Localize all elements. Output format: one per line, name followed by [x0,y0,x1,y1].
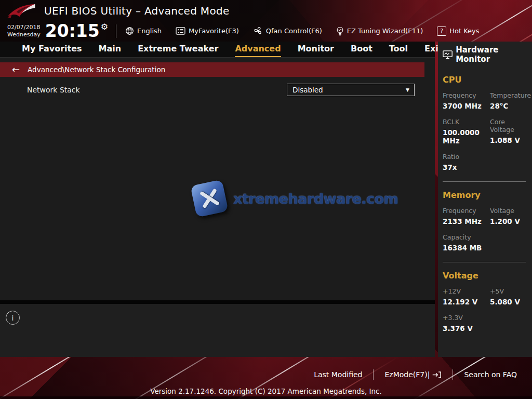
globe-icon [125,26,134,35]
header-divider [116,24,116,38]
hm-row: Capacity 16384 MB [443,233,532,252]
language-label: English [137,27,162,35]
hm-value: 37x [443,163,486,171]
hm-value: 100.0000 MHz [443,128,486,145]
title-row: UEFI BIOS Utility – Advanced Mode [0,0,532,21]
tab-advanced[interactable]: Advanced [235,44,281,57]
exit-to-ezmode-icon [431,371,442,379]
weekday-value: Wednesday [7,31,41,38]
hm-label: +5V [490,287,530,295]
qfan-label: Qfan Control(F6) [266,27,322,35]
hm-row: Frequency 2133 MHz Voltage 1.200 V [443,207,532,225]
tab-main[interactable]: Main [99,44,122,57]
hm-row: Ratio 37x [443,153,532,171]
hm-label: Frequency [443,207,486,215]
qfan-control-button[interactable]: Qfan Control(F6) [253,26,322,36]
hm-label: +3.3V [443,314,486,322]
chevron-down-icon: ▼ [406,87,409,92]
tab-monitor[interactable]: Monitor [298,44,334,57]
hm-value: 2133 MHz [443,217,486,225]
tab-my-favorites[interactable]: My Favorites [22,44,82,57]
ezmode-label: EzMode(F7)| [384,370,430,379]
hm-row: +3.3V 3.376 V [443,314,532,332]
last-modified-label: Last Modified [314,370,362,379]
lightbulb-icon [336,26,344,36]
date-display[interactable]: 02/07/2018 Wednesday [7,24,41,37]
clock[interactable]: 20:15 ⚙ [45,23,108,39]
last-modified-button[interactable]: Last Modified [303,370,373,379]
hm-value: 3.376 V [443,324,486,332]
main-menu-tabs: My Favorites Main Extreme Tweaker Advanc… [0,42,435,58]
hardware-monitor-header: Hardware Monitor [443,45,532,64]
section-divider [443,262,526,262]
hm-label: Core Voltage [490,118,530,134]
version-text: Version 2.17.1246. Copyright (C) 2017 Am… [0,387,532,395]
info-glyph: i [12,314,14,322]
hm-label: Capacity [443,233,486,241]
question-mark-icon: ? [437,26,446,36]
hm-label: Frequency [443,91,486,99]
hm-label: Voltage [490,207,530,215]
my-favorite-label: MyFavorite(F3) [189,27,239,35]
tab-tool[interactable]: Tool [389,44,408,57]
hot-keys-button[interactable]: ? Hot Keys [437,26,479,36]
hm-row: Frequency 3700 MHz Temperature 28°C [443,91,532,110]
app-title: UEFI BIOS Utility – Advanced Mode [44,5,230,17]
hm-value: 28°C [490,102,531,110]
tab-extreme-tweaker[interactable]: Extreme Tweaker [138,44,218,57]
back-arrow-icon[interactable]: ← [12,65,20,74]
footer-links: Last Modified EzMode(F7)| Search on FAQ [303,369,528,380]
rog-logo-icon [6,2,36,20]
date-value: 02/07/2018 [7,24,41,31]
ez-tuning-wizard-button[interactable]: EZ Tuning Wizard(F11) [336,26,423,36]
x-glyph-icon [197,186,221,210]
ezmode-button[interactable]: EzMode(F7)| [374,370,453,379]
top-header: UEFI BIOS Utility – Advanced Mode 02/07/… [0,0,532,42]
gear-icon[interactable]: ⚙ [101,22,108,32]
section-title-memory: Memory [443,190,532,200]
hm-label: BCLK [443,118,486,126]
watermark-text: xtremehardware.com [233,191,398,207]
hm-value: 1.200 V [490,217,530,225]
favorites-list-icon [176,27,185,35]
hm-row: +12V 12.192 V +5V 5.080 V [443,287,532,306]
hm-value: 16384 MB [443,244,486,252]
hm-label: +12V [443,287,486,295]
hardware-monitor-panel: Hardware Monitor CPU Frequency 3700 MHz … [438,42,532,357]
ez-tuning-label: EZ Tuning Wizard(F11) [347,27,423,35]
help-panel: i [0,304,435,357]
hm-label: Temperature [490,91,531,99]
fan-icon [253,26,263,36]
search-faq-label: Search on FAQ [464,370,517,379]
hm-label: Ratio [443,153,486,161]
hardware-monitor-title: Hardware Monitor [456,45,532,64]
hm-value: 12.192 V [443,298,486,306]
network-stack-dropdown[interactable]: Disabled ▼ [287,84,415,96]
section-title-cpu: CPU [443,75,532,85]
left-column: My Favorites Main Extreme Tweaker Advanc… [0,42,435,357]
info-row: 02/07/2018 Wednesday 20:15 ⚙ [0,21,532,41]
watermark-x-logo-icon [190,179,229,218]
hm-value: 3700 MHz [443,102,486,110]
hm-value: 5.080 V [490,298,530,306]
network-stack-label: Network Stack [27,86,80,94]
footer-bar: Last Modified EzMode(F7)| Search on FAQ … [0,357,532,399]
my-favorite-button[interactable]: MyFavorite(F3) [176,27,239,35]
tab-boot[interactable]: Boot [351,44,373,57]
search-faq-button[interactable]: Search on FAQ [453,370,528,379]
time-value: 20:15 [45,23,100,39]
header-menu: English MyFavorite(F3) [125,26,480,36]
breadcrumb[interactable]: ← Advanced\Network Stack Configuration [0,62,424,77]
dropdown-selected-value: Disabled [292,86,323,94]
watermark: xtremehardware.com [193,182,398,215]
setting-row-network-stack: Network Stack Disabled ▼ [0,84,435,96]
bottom-edge-strip [0,396,532,399]
section-title-voltage: Voltage [443,271,532,281]
section-divider [443,181,526,182]
breadcrumb-label: Advanced\Network Stack Configuration [28,65,165,74]
content-panel: ← Advanced\Network Stack Configuration N… [0,58,435,300]
language-selector[interactable]: English [125,26,162,35]
hm-row: BCLK 100.0000 MHz Core Voltage 1.088 V [443,118,532,145]
hm-value: 1.088 V [490,136,530,144]
info-icon: i [6,311,20,325]
